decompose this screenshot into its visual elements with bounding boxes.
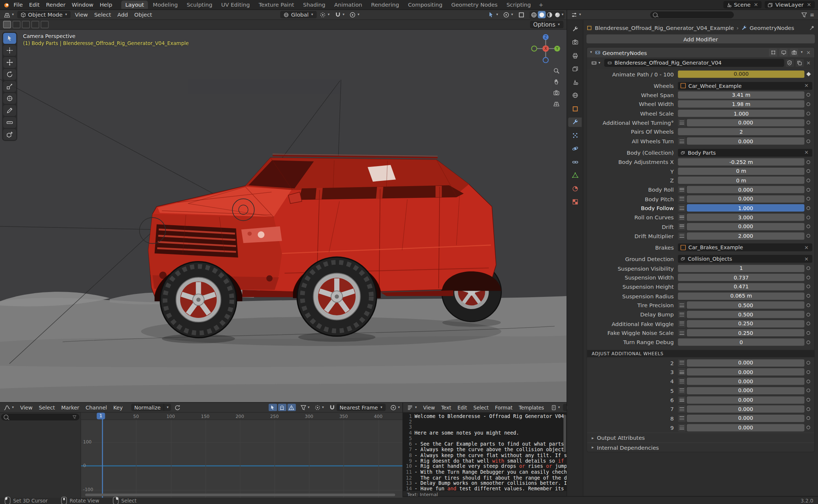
magnet-icon[interactable] [329, 404, 335, 411]
workspace-tab-texture-paint[interactable]: Texture Paint [254, 0, 298, 9]
viewport-canvas[interactable]: Camera Perspective (1) Body Parts | Blen… [0, 30, 567, 402]
property-value-slider[interactable]: 0.000 [687, 387, 804, 394]
input-attribute-toggle-icon[interactable] [678, 368, 686, 376]
property-value-slider[interactable]: 0 m [678, 177, 805, 184]
property-value-slider[interactable]: 0.000 [687, 396, 804, 404]
mode-selector[interactable]: Object Mode ▾ [17, 11, 71, 18]
view-layer-unlink-icon[interactable]: × [806, 2, 812, 7]
fake-user-shield-button[interactable] [786, 59, 794, 67]
only-selected-toggle[interactable] [268, 404, 277, 411]
navigation-gizmo[interactable]: Z Y X [531, 32, 562, 64]
tool-measure[interactable] [3, 117, 16, 128]
graph-menu-select[interactable]: Select [36, 404, 58, 411]
property-value-slider[interactable]: 3.41 m [678, 91, 805, 99]
keyframe-decorator-icon[interactable] [804, 331, 812, 335]
keyframe-decorator-icon[interactable] [804, 179, 812, 182]
property-value-slider[interactable]: 0.250 [687, 329, 804, 337]
proportional-editing-dropdown[interactable]: ▾ [390, 404, 401, 411]
node-group-unlink-icon[interactable]: × [805, 60, 812, 65]
property-collection-field[interactable]: Body Parts× [678, 149, 812, 157]
options-menu-icon[interactable]: ≡ [808, 12, 816, 18]
text-menu-select[interactable]: Select [470, 404, 492, 411]
zoom-icon[interactable] [553, 67, 559, 74]
workspace-tab-shading[interactable]: Shading [299, 0, 329, 9]
properties-tab-constraints[interactable] [568, 157, 582, 167]
property-value-slider[interactable]: 1.000 [678, 110, 805, 117]
node-group-field[interactable]: Blenderesse_Offroad_Rig_Generator_V04 [604, 59, 784, 67]
realtime-display-toggle[interactable] [779, 49, 788, 56]
property-value-slider[interactable]: 0.065 m [678, 292, 805, 300]
property-value-slider[interactable]: 0.471 [678, 283, 805, 291]
keyframe-decorator-icon[interactable] [804, 294, 812, 298]
editor-type-button[interactable]: ▾ [569, 11, 583, 18]
pivot-point-dropdown[interactable]: ▾ [318, 11, 332, 18]
workspace-tab-scripting[interactable]: Scripting [502, 0, 535, 9]
text-menu-templates[interactable]: Templates [516, 404, 547, 411]
properties-tab-texture[interactable] [568, 197, 582, 206]
property-value-slider[interactable]: 1 [678, 265, 805, 272]
expand-icon[interactable]: ▾ [590, 51, 593, 54]
keyframe-decorator-icon[interactable] [804, 267, 812, 270]
properties-tab-physics[interactable] [568, 144, 582, 153]
workspace-tab-compositing[interactable]: Compositing [404, 0, 446, 9]
shading-wireframe-button[interactable] [530, 11, 537, 18]
keyframe-decorator-icon[interactable] [804, 322, 812, 326]
perspective-toggle-icon[interactable] [553, 100, 559, 107]
input-attribute-toggle-icon[interactable] [678, 119, 686, 126]
properties-tab-object-data[interactable] [568, 171, 582, 180]
property-value-slider[interactable]: 0.000 [687, 378, 804, 385]
tool-select-box[interactable] [3, 33, 16, 44]
snapping-toggle[interactable]: ▾ [333, 11, 347, 18]
add-workspace-button[interactable]: + [535, 1, 546, 8]
edit-mode-display-toggle[interactable] [769, 49, 777, 56]
render-display-toggle[interactable] [790, 49, 798, 56]
input-attribute-toggle-icon[interactable] [678, 405, 686, 413]
show-overlays-toggle[interactable]: ▾ [501, 11, 515, 18]
add-modifier-button[interactable]: Add Modifier [586, 34, 815, 43]
properties-tab-scene[interactable] [568, 77, 582, 86]
show-hidden-toggle[interactable] [278, 404, 286, 411]
property-value-slider[interactable]: 0.000 [687, 424, 804, 431]
tool-transform[interactable] [3, 93, 16, 104]
graph-menu-view[interactable]: View [17, 404, 36, 411]
select-mode-subtract[interactable] [22, 21, 30, 28]
breadcrumb-modifier[interactable]: GeometryNodes [750, 24, 794, 31]
filter-dropdown[interactable]: ▾ [300, 404, 310, 411]
subpanel-internal-dependencies[interactable]: ▸Internal Dependencies [587, 442, 814, 452]
property-value-slider[interactable]: 0 [678, 339, 805, 346]
keyframe-decorator-icon[interactable] [804, 380, 812, 383]
keyframe-decorator-icon[interactable] [804, 361, 812, 365]
property-value-slider[interactable]: 0.000 [678, 71, 805, 78]
input-attribute-toggle-icon[interactable] [678, 415, 686, 422]
keyframe-decorator-icon[interactable] [804, 234, 812, 238]
graph-horizontal-scrollbar[interactable] [85, 494, 395, 496]
tool-annotate[interactable] [3, 105, 16, 116]
viewport-menu-object[interactable]: Object [131, 11, 155, 18]
property-value-slider[interactable]: 0.000 [687, 137, 804, 145]
input-attribute-toggle-icon[interactable] [678, 195, 686, 203]
properties-tab-material[interactable] [568, 184, 582, 193]
show-gizmo-toggle[interactable]: ▾ [486, 11, 500, 18]
workspace-tab-animation[interactable]: Animation [330, 0, 366, 9]
properties-tab-render[interactable] [568, 37, 582, 47]
input-attribute-toggle-icon[interactable] [678, 320, 686, 328]
refresh-icon[interactable] [174, 404, 181, 411]
keyframe-decorator-icon[interactable] [804, 285, 812, 289]
text-editor-body[interactable]: 1Welcome to Blenderesse - Offroad Rig Ge… [403, 412, 567, 490]
input-attribute-toggle-icon[interactable] [678, 186, 686, 193]
keyframe-decorator-icon[interactable] [804, 416, 812, 420]
breadcrumb-object[interactable]: Blenderesse_Offroad_Rig_Generator_V04_Ex… [595, 24, 734, 31]
keyframe-decorator-icon[interactable] [804, 130, 812, 134]
normalize-options-button[interactable]: ▾ [164, 404, 171, 411]
select-mode-extend[interactable] [13, 21, 20, 28]
workspace-tab-geometry-nodes[interactable]: Geometry Nodes [447, 0, 502, 9]
filter-funnel-icon[interactable] [801, 11, 807, 18]
tool-scale[interactable] [3, 81, 16, 92]
shading-solid-button[interactable] [538, 11, 545, 18]
keyframe-decorator-icon[interactable] [804, 407, 812, 411]
keyframe-decorator-icon[interactable] [804, 389, 812, 392]
tool-add-cube[interactable] [3, 129, 16, 140]
duplicate-node-group-button[interactable] [795, 59, 804, 67]
unlink-icon[interactable]: × [803, 150, 810, 155]
pivot-dropdown[interactable]: ▾ [314, 404, 325, 411]
